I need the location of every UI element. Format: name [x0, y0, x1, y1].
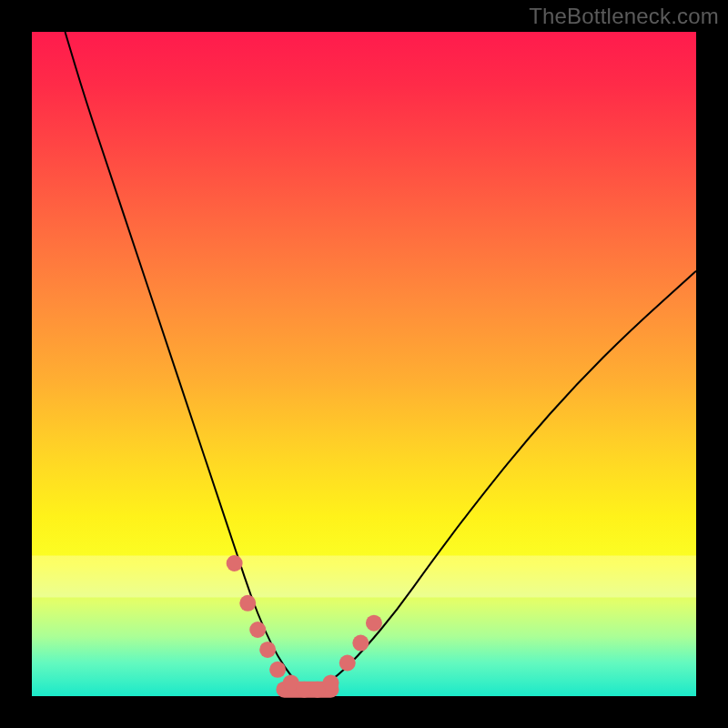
marker-dot [239, 595, 256, 612]
marker-dot [366, 615, 382, 632]
marker-dot [259, 642, 276, 658]
chart-frame: TheBottleneck.com [0, 0, 728, 728]
marker-dot [339, 655, 356, 672]
marker-dot [323, 674, 339, 691]
plot-svg [32, 32, 696, 696]
watermark-text: TheBottleneck.com [529, 4, 719, 29]
marker-dot [227, 555, 243, 571]
marker-dot [352, 635, 369, 652]
plot-area [32, 32, 696, 696]
marker-dot [249, 622, 266, 638]
marker-dot [269, 662, 286, 678]
